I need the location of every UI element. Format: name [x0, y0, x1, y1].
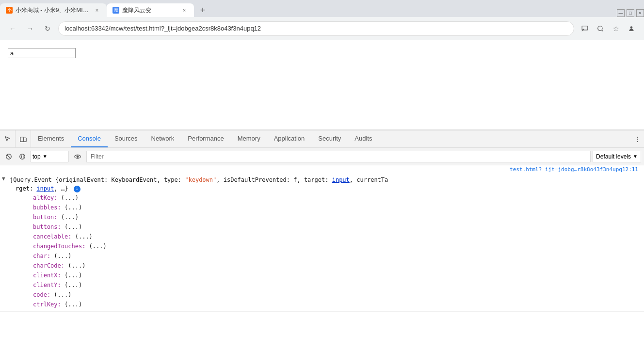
- address-input[interactable]: [58, 21, 574, 36]
- tab-xiaomi[interactable]: 小 小米商城 - 小米9、小米MIX 3... ×: [0, 3, 107, 17]
- devtools-toolbar: Elements Console Sources Network Perform…: [0, 130, 644, 148]
- stop-recording-button[interactable]: [16, 151, 28, 162]
- toolbar-icons: ☆: [578, 22, 638, 35]
- entry-main-text: jQuery.Event {originalEvent: KeyboardEve…: [10, 176, 388, 183]
- svg-point-7: [20, 154, 25, 159]
- tab-security[interactable]: Security: [311, 130, 348, 147]
- profile-icon[interactable]: [625, 22, 638, 35]
- maximize-button[interactable]: □: [627, 9, 634, 17]
- page-content: [0, 40, 644, 130]
- tab-sources[interactable]: Sources: [108, 130, 145, 147]
- zoom-icon[interactable]: [594, 22, 607, 35]
- chevron-down-icon: ▼: [43, 154, 48, 159]
- svg-point-2: [630, 26, 633, 29]
- cast-icon[interactable]: [578, 22, 592, 35]
- devtools-more-button[interactable]: ⋮: [630, 130, 644, 147]
- devtools-tabs: Elements Console Sources Network Perform…: [31, 130, 630, 147]
- tab-elements[interactable]: Elements: [31, 130, 71, 147]
- console-toolbar: top ▼ Default levels ▼: [0, 148, 644, 165]
- prop-clientX: clientX: (...): [10, 271, 644, 280]
- reload-button[interactable]: ↻: [41, 22, 54, 35]
- address-bar: ← → ↻ ☆: [0, 17, 644, 40]
- prop-charCode: charCode: (...): [10, 261, 644, 271]
- svg-rect-3: [20, 137, 23, 142]
- file-reference[interactable]: test.html? ijt=jdobg…r8k8o43f3n4upq12:11: [0, 165, 644, 174]
- device-toolbar-button[interactable]: [16, 130, 31, 147]
- svg-point-11: [77, 156, 79, 158]
- info-badge: i: [74, 186, 80, 192]
- prop-cancelable: cancelable: (...): [10, 232, 644, 241]
- window-controls: — □ ×: [617, 9, 644, 17]
- bookmark-icon[interactable]: ☆: [609, 22, 623, 35]
- devtools: Elements Console Sources Network Perform…: [0, 130, 644, 351]
- forward-button[interactable]: →: [23, 22, 37, 35]
- default-levels-dropdown[interactable]: Default levels ▼: [593, 151, 641, 162]
- tab-favicon-active: 魔: [113, 7, 119, 14]
- tab-title-xiaomi: 小米商城 - 小米9、小米MIX 3...: [16, 6, 90, 15]
- console-entry: ▼ jQuery.Event {originalEvent: KeyboardE…: [0, 174, 644, 312]
- back-button[interactable]: ←: [6, 22, 19, 35]
- prop-button: button: (...): [10, 212, 644, 222]
- filter-input[interactable]: [86, 151, 591, 162]
- chevron-down-icon-levels: ▼: [633, 154, 638, 159]
- expand-arrow[interactable]: ▼: [0, 175, 10, 182]
- context-selector[interactable]: top ▼: [30, 151, 69, 162]
- tab-performance[interactable]: Performance: [181, 130, 230, 147]
- tab-audits[interactable]: Audits: [348, 130, 379, 147]
- prop-altKey: altKey: (...): [10, 193, 644, 203]
- close-window-button[interactable]: ×: [636, 9, 644, 17]
- select-element-button[interactable]: [0, 130, 16, 147]
- new-tab-button[interactable]: +: [196, 3, 209, 17]
- svg-rect-4: [23, 138, 26, 142]
- prop-changedTouches: changedTouches: (...): [10, 241, 644, 251]
- minimize-button[interactable]: —: [617, 9, 625, 17]
- svg-line-6: [7, 155, 11, 158]
- eye-button[interactable]: [71, 150, 84, 163]
- clear-console-button[interactable]: [3, 151, 15, 162]
- tab-active[interactable]: 魔 魔降风云变 ×: [107, 3, 194, 17]
- prop-bubbles: bubbles: (...): [10, 203, 644, 212]
- tab-close-xiaomi[interactable]: ×: [93, 6, 101, 14]
- prop-buttons: buttons: (...): [10, 222, 644, 232]
- console-output: test.html? ijt=jdobg…r8k8o43f3n4upq12:11…: [0, 165, 644, 351]
- tab-title-active: 魔降风云变: [122, 6, 177, 15]
- tab-console[interactable]: Console: [71, 130, 108, 147]
- tab-close-active[interactable]: ×: [180, 6, 188, 14]
- prop-clientY: clientY: (...): [10, 280, 644, 290]
- console-entry-content: jQuery.Event {originalEvent: KeyboardEve…: [10, 175, 644, 310]
- page-text-input[interactable]: [8, 48, 76, 58]
- tab-application[interactable]: Application: [267, 130, 312, 147]
- prop-ctrlKey: ctrlKey: (...): [10, 300, 644, 309]
- svg-point-1: [598, 26, 602, 30]
- prop-char: char: (...): [10, 251, 644, 261]
- prop-code: code: (...): [10, 290, 644, 300]
- tab-network[interactable]: Network: [145, 130, 181, 147]
- tab-memory[interactable]: Memory: [231, 130, 267, 147]
- tab-bar: 小 小米商城 - 小米9、小米MIX 3... × 魔 魔降风云变 × + — …: [0, 0, 644, 17]
- tab-favicon-xiaomi: 小: [6, 7, 13, 14]
